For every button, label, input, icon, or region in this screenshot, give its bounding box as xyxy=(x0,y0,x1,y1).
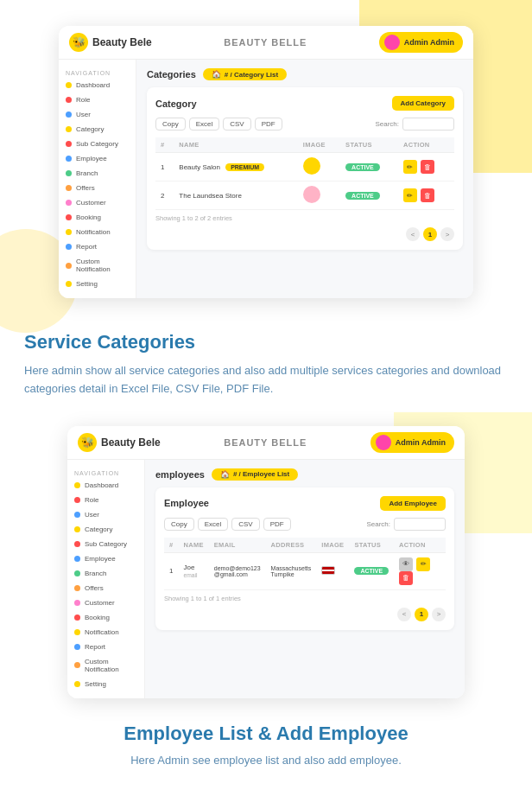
row1-delete-button[interactable]: 🗑 xyxy=(421,160,434,174)
add-employee-button[interactable]: Add Employee xyxy=(380,496,446,511)
table-row: 2 The Laundsea Store ACTIVE ✏ xyxy=(155,181,454,210)
sidebar-item-user-2[interactable]: User xyxy=(67,507,144,522)
row1-name: Beauty Salon PREMIUM xyxy=(174,153,297,181)
dot-subcategory-2 xyxy=(74,541,80,547)
sidebar-item-setting-2[interactable]: Setting xyxy=(67,677,144,691)
sidebar-item-role-1[interactable]: Role xyxy=(59,92,136,107)
row2-actions: ✏ 🗑 xyxy=(398,181,454,210)
dot-booking-2 xyxy=(74,615,80,621)
breadcrumb-pill-2[interactable]: 🏠 # / Employee List xyxy=(212,468,298,481)
card-title-2: Employee xyxy=(164,498,209,508)
dot-customer-2 xyxy=(74,600,80,606)
excel-button-2[interactable]: Excel xyxy=(198,518,229,531)
bee-icon-1: 🐝 xyxy=(69,33,88,52)
search-input-1[interactable] xyxy=(402,118,454,131)
category-card-1: Category Add Category Copy Excel CSV PDF… xyxy=(147,87,463,250)
dot-offers-2 xyxy=(74,585,80,591)
table-header-row-1: # NAME IMAGE STATUS ACTION xyxy=(155,137,454,153)
pdf-button-1[interactable]: PDF xyxy=(255,118,282,131)
sidebar-item-booking-2[interactable]: Booking xyxy=(67,610,144,625)
page-1-btn[interactable]: 1 xyxy=(423,227,437,241)
sidebar-item-branch-1[interactable]: Branch xyxy=(59,166,136,181)
row1-image xyxy=(298,153,340,181)
app-window-2: 🐝 Beauty Bele BEAUTY BELLE Admin Admin N… xyxy=(67,426,465,698)
sidebar-item-employee-2[interactable]: Employee xyxy=(67,551,144,566)
app-body-2: NAVIGATION Dashboard Role User Category xyxy=(67,460,465,698)
col-image-1: IMAGE xyxy=(298,137,340,153)
dot-report-2 xyxy=(74,644,80,650)
sidebar-item-setting-1[interactable]: Setting xyxy=(59,277,136,291)
emp-table-header: # NAME EMAIL ADDRESS IMAGE STATUS ACTION xyxy=(164,538,446,553)
dot-customnotif-1 xyxy=(66,263,72,269)
sidebar-item-customer-1[interactable]: Customer xyxy=(59,195,136,210)
employee-table: # NAME EMAIL ADDRESS IMAGE STATUS ACTION xyxy=(164,538,446,590)
sidebar-item-subcategory-1[interactable]: Sub Category xyxy=(59,137,136,151)
emp-row1-delete-button[interactable]: 🗑 xyxy=(399,571,413,585)
dot-notification-2 xyxy=(74,629,80,635)
pagination-2: < 1 > xyxy=(164,608,446,621)
user-label-2: Admin Admin xyxy=(396,438,446,447)
dot-role-2 xyxy=(74,497,80,503)
section-heading-1: Service Categories xyxy=(24,331,508,353)
emp-row1-view-button[interactable]: 👁 xyxy=(399,557,413,571)
prev-page-btn-1[interactable]: < xyxy=(406,227,420,241)
export-row-1: Copy Excel CSV PDF Search: xyxy=(155,118,454,131)
excel-button-1[interactable]: Excel xyxy=(189,118,220,131)
sidebar-item-offers-1[interactable]: Offers xyxy=(59,181,136,195)
user-badge-2: Admin Admin xyxy=(370,432,454,453)
sidebar-item-category-2[interactable]: Category xyxy=(67,522,144,537)
sidebar-item-subcategory-2[interactable]: Sub Category xyxy=(67,537,144,551)
row1-actions: ✏ 🗑 xyxy=(398,153,454,181)
sidebar-item-offers-2[interactable]: Offers xyxy=(67,581,144,595)
emp-row1-status: ACTIVE xyxy=(349,552,394,589)
page-1-btn-2[interactable]: 1 xyxy=(415,608,428,621)
sidebar-item-customnotif-2[interactable]: Custom Notification xyxy=(67,654,144,677)
sidebar-item-notification-1[interactable]: Notification xyxy=(59,225,136,239)
sidebar-item-booking-1[interactable]: Booking xyxy=(59,210,136,225)
sidebar-item-category-1[interactable]: Category xyxy=(59,122,136,137)
breadcrumb-pill-1[interactable]: 🏠 # / Category List xyxy=(203,68,287,80)
sidebar-1: NAVIGATION Dashboard Role User Category xyxy=(59,60,136,298)
pagination-1: < 1 > xyxy=(155,227,454,241)
breadcrumb-row-2: employees 🏠 # / Employee List xyxy=(155,468,454,481)
row2-delete-button[interactable]: 🗑 xyxy=(421,188,434,202)
user-avatar-1 xyxy=(384,35,400,50)
sidebar-item-employee-1[interactable]: Employee xyxy=(59,151,136,166)
dot-notification-1 xyxy=(66,229,72,235)
user-label-1: Admin Admin xyxy=(404,38,454,47)
sidebar-item-dashboard-2[interactable]: Dashboard xyxy=(67,478,144,493)
row2-edit-button[interactable]: ✏ xyxy=(403,188,417,202)
next-page-btn-1[interactable]: > xyxy=(440,227,454,241)
search-input-2[interactable] xyxy=(394,518,446,531)
row1-num: 1 xyxy=(155,153,174,181)
sidebar-item-report-1[interactable]: Report xyxy=(59,239,136,254)
sidebar-item-branch-2[interactable]: Branch xyxy=(67,566,144,581)
dot-user-2 xyxy=(74,512,80,518)
home-icon-1: 🏠 xyxy=(212,70,221,79)
col-status-1: STATUS xyxy=(340,137,398,153)
row1-edit-button[interactable]: ✏ xyxy=(403,160,417,174)
section-1-container: 🐝 Beauty Bele BEAUTY BELLE Admin Admin N… xyxy=(0,0,532,315)
emp-row1-image xyxy=(316,552,349,589)
csv-button-2[interactable]: CSV xyxy=(231,518,259,531)
pdf-button-2[interactable]: PDF xyxy=(263,518,291,531)
sidebar-item-customnotif-1[interactable]: Custom Notification xyxy=(59,254,136,277)
sidebar-item-customer-2[interactable]: Customer xyxy=(67,595,144,610)
dot-employee-2 xyxy=(74,556,80,562)
sidebar-item-role-2[interactable]: Role xyxy=(67,493,144,507)
prev-page-btn-2[interactable]: < xyxy=(397,608,411,621)
sidebar-item-notification-2[interactable]: Notification xyxy=(67,625,144,640)
csv-button-1[interactable]: CSV xyxy=(223,118,250,131)
next-page-btn-2[interactable]: > xyxy=(432,608,446,621)
add-category-button[interactable]: Add Category xyxy=(392,96,454,111)
emp-row1-edit-button[interactable]: ✏ xyxy=(416,557,430,571)
sidebar-item-report-2[interactable]: Report xyxy=(67,640,144,654)
sidebar-item-dashboard-1[interactable]: Dashboard xyxy=(59,78,136,92)
copy-button-2[interactable]: Copy xyxy=(164,518,194,531)
dot-employee-1 xyxy=(66,156,72,162)
dot-offers-1 xyxy=(66,185,72,191)
main-content-2: employees 🏠 # / Employee List Employee A… xyxy=(145,460,465,698)
row2-name: The Laundsea Store xyxy=(174,181,297,210)
sidebar-item-user-1[interactable]: User xyxy=(59,107,136,122)
copy-button-1[interactable]: Copy xyxy=(155,118,186,131)
